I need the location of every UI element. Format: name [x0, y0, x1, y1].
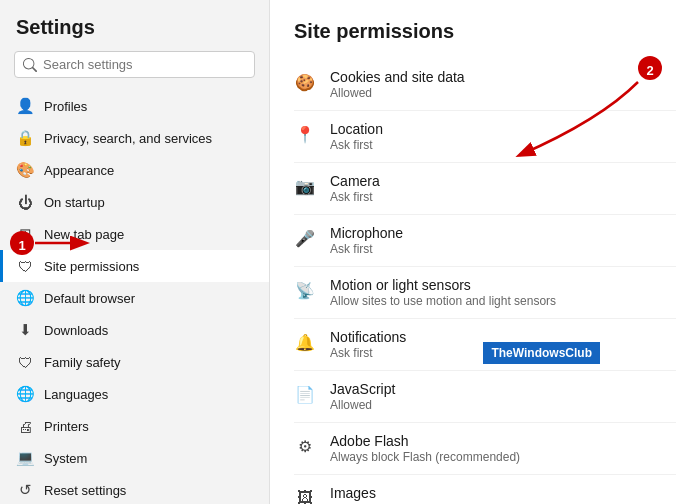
motion-sensors-perm-text: Motion or light sensorsAllow sites to us… [330, 277, 676, 308]
cookies-perm-icon: 🍪 [294, 71, 316, 93]
camera-perm-icon: 📷 [294, 175, 316, 197]
permission-item-location[interactable]: 📍LocationAsk first [294, 111, 676, 163]
nav-list: 👤Profiles🔒Privacy, search, and services🎨… [0, 90, 269, 504]
permission-item-motion-sensors[interactable]: 📡Motion or light sensorsAllow sites to u… [294, 267, 676, 319]
sidebar-item-on-startup[interactable]: ⏻On startup [0, 186, 269, 218]
motion-sensors-perm-status: Allow sites to use motion and light sens… [330, 294, 676, 308]
sidebar-item-family-safety[interactable]: 🛡Family safety [0, 346, 269, 378]
motion-sensors-perm-name: Motion or light sensors [330, 277, 676, 293]
sidebar-item-appearance[interactable]: 🎨Appearance [0, 154, 269, 186]
permission-item-images[interactable]: 🖼ImagesShow all [294, 475, 676, 504]
location-perm-text: LocationAsk first [330, 121, 676, 152]
permissions-list: 🍪Cookies and site dataAllowed📍LocationAs… [294, 59, 676, 504]
site-permissions-icon: 🛡 [16, 257, 34, 275]
sidebar-item-printers[interactable]: 🖨Printers [0, 410, 269, 442]
sidebar-title: Settings [0, 16, 269, 51]
main-content: Site permissions 🍪Cookies and site dataA… [270, 0, 700, 504]
cookies-perm-status: Allowed [330, 86, 676, 100]
microphone-perm-name: Microphone [330, 225, 676, 241]
permission-item-microphone[interactable]: 🎤MicrophoneAsk first [294, 215, 676, 267]
sidebar-label-printers: Printers [44, 419, 253, 434]
permission-item-camera[interactable]: 📷CameraAsk first [294, 163, 676, 215]
sidebar-label-default-browser: Default browser [44, 291, 253, 306]
location-perm-icon: 📍 [294, 123, 316, 145]
sidebar-item-site-permissions[interactable]: 🛡Site permissions [0, 250, 269, 282]
search-icon [23, 58, 37, 72]
javascript-perm-text: JavaScriptAllowed [330, 381, 676, 412]
sidebar-item-privacy[interactable]: 🔒Privacy, search, and services [0, 122, 269, 154]
cookies-perm-name: Cookies and site data [330, 69, 676, 85]
sidebar-label-privacy: Privacy, search, and services [44, 131, 253, 146]
sidebar-label-new-tab: New tab page [44, 227, 253, 242]
profiles-icon: 👤 [16, 97, 34, 115]
sidebar-item-system[interactable]: 💻System [0, 442, 269, 474]
notifications-perm-name: Notifications [330, 329, 676, 345]
main-title: Site permissions [294, 20, 676, 43]
downloads-icon: ⬇ [16, 321, 34, 339]
microphone-perm-status: Ask first [330, 242, 676, 256]
sidebar-item-new-tab[interactable]: ⊞New tab page [0, 218, 269, 250]
sidebar: Settings 👤Profiles🔒Privacy, search, and … [0, 0, 270, 504]
printers-icon: 🖨 [16, 417, 34, 435]
cookies-perm-text: Cookies and site dataAllowed [330, 69, 676, 100]
on-startup-icon: ⏻ [16, 193, 34, 211]
search-input[interactable] [43, 57, 246, 72]
system-icon: 💻 [16, 449, 34, 467]
camera-perm-text: CameraAsk first [330, 173, 676, 204]
sidebar-label-languages: Languages [44, 387, 253, 402]
motion-sensors-perm-icon: 📡 [294, 279, 316, 301]
sidebar-label-profiles: Profiles [44, 99, 253, 114]
javascript-perm-name: JavaScript [330, 381, 676, 397]
adobe-flash-perm-text: Adobe FlashAlways block Flash (recommend… [330, 433, 676, 464]
sidebar-label-downloads: Downloads [44, 323, 253, 338]
images-perm-text: ImagesShow all [330, 485, 676, 504]
sidebar-label-system: System [44, 451, 253, 466]
microphone-perm-text: MicrophoneAsk first [330, 225, 676, 256]
microphone-perm-icon: 🎤 [294, 227, 316, 249]
adobe-flash-perm-status: Always block Flash (recommended) [330, 450, 676, 464]
permission-item-notifications[interactable]: 🔔NotificationsAsk first [294, 319, 676, 371]
notifications-perm-icon: 🔔 [294, 331, 316, 353]
sidebar-label-reset: Reset settings [44, 483, 253, 498]
privacy-icon: 🔒 [16, 129, 34, 147]
images-perm-icon: 🖼 [294, 487, 316, 504]
location-perm-name: Location [330, 121, 676, 137]
images-perm-name: Images [330, 485, 676, 501]
appearance-icon: 🎨 [16, 161, 34, 179]
sidebar-item-downloads[interactable]: ⬇Downloads [0, 314, 269, 346]
sidebar-label-site-permissions: Site permissions [44, 259, 253, 274]
default-browser-icon: 🌐 [16, 289, 34, 307]
notifications-perm-text: NotificationsAsk first [330, 329, 676, 360]
adobe-flash-perm-name: Adobe Flash [330, 433, 676, 449]
javascript-perm-status: Allowed [330, 398, 676, 412]
sidebar-item-default-browser[interactable]: 🌐Default browser [0, 282, 269, 314]
permission-item-javascript[interactable]: 📄JavaScriptAllowed [294, 371, 676, 423]
new-tab-icon: ⊞ [16, 225, 34, 243]
adobe-flash-perm-icon: ⚙ [294, 435, 316, 457]
sidebar-label-family-safety: Family safety [44, 355, 253, 370]
sidebar-item-reset[interactable]: ↺Reset settings [0, 474, 269, 504]
camera-perm-name: Camera [330, 173, 676, 189]
sidebar-item-languages[interactable]: 🌐Languages [0, 378, 269, 410]
reset-icon: ↺ [16, 481, 34, 499]
permission-item-cookies[interactable]: 🍪Cookies and site dataAllowed [294, 59, 676, 111]
sidebar-item-profiles[interactable]: 👤Profiles [0, 90, 269, 122]
notifications-perm-status: Ask first [330, 346, 676, 360]
sidebar-label-appearance: Appearance [44, 163, 253, 178]
sidebar-label-on-startup: On startup [44, 195, 253, 210]
languages-icon: 🌐 [16, 385, 34, 403]
javascript-perm-icon: 📄 [294, 383, 316, 405]
search-box[interactable] [14, 51, 255, 78]
camera-perm-status: Ask first [330, 190, 676, 204]
family-safety-icon: 🛡 [16, 353, 34, 371]
location-perm-status: Ask first [330, 138, 676, 152]
permission-item-adobe-flash[interactable]: ⚙Adobe FlashAlways block Flash (recommen… [294, 423, 676, 475]
